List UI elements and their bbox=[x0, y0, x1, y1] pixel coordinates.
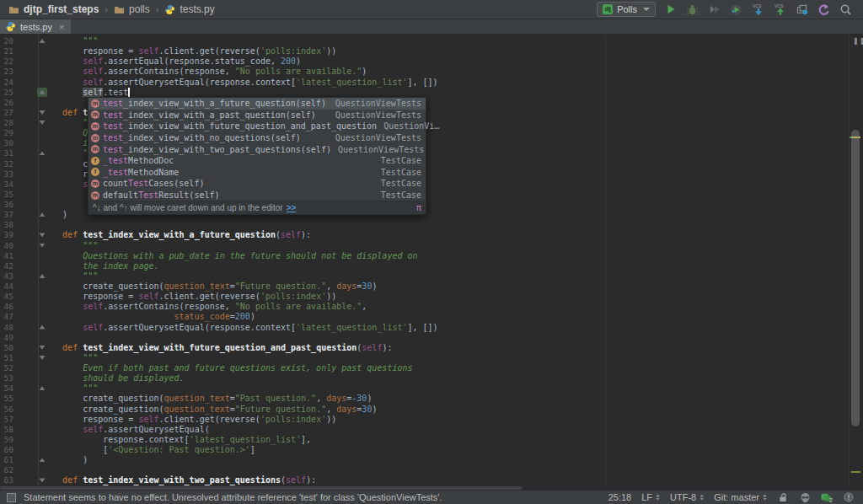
code-line[interactable]: 60 ['<Question: Past question.>'] bbox=[0, 445, 849, 455]
encoding-widget[interactable]: UTF-8 bbox=[670, 492, 704, 502]
line-number[interactable]: 26 bbox=[0, 98, 13, 108]
completion-item[interactable]: mtest_index_view_with_two_past_questions… bbox=[88, 143, 426, 155]
line-number[interactable]: 23 bbox=[0, 67, 13, 77]
hint-more-link[interactable]: >> bbox=[287, 203, 297, 212]
line-number[interactable]: 54 bbox=[0, 383, 13, 394]
code-line[interactable]: 58 self.assertQuerysetEqual( bbox=[0, 425, 849, 435]
tab-tests-py[interactable]: tests.py × bbox=[0, 19, 71, 34]
completion-item[interactable]: mcountTestCases(self)TestCase bbox=[88, 178, 426, 190]
line-number[interactable]: 42 bbox=[0, 261, 13, 271]
vcs-update-button[interactable]: VCS bbox=[751, 3, 765, 17]
completion-item[interactable]: mtest_index_view_with_future_question_an… bbox=[88, 121, 426, 132]
line-number[interactable]: 36 bbox=[0, 200, 13, 210]
code-line[interactable]: 40 """ bbox=[0, 241, 849, 251]
code-line[interactable]: 38 bbox=[0, 220, 849, 230]
code-line[interactable]: 41 Questions with a pub_date in the futu… bbox=[0, 251, 849, 261]
code-line[interactable]: 23 self.assertContains(response, "No pol… bbox=[0, 67, 849, 77]
toolwindow-toggle-icon[interactable] bbox=[7, 493, 16, 502]
completion-item[interactable]: f_testMethodDocTestCase bbox=[88, 155, 426, 167]
vcs-commit-button[interactable]: VCS bbox=[773, 3, 787, 17]
code-line[interactable]: 57 response = self.client.get(reverse('p… bbox=[0, 415, 849, 425]
code-line[interactable]: 51 """ bbox=[0, 353, 849, 363]
line-number[interactable]: 41 bbox=[0, 251, 13, 261]
code-line[interactable]: 22 self.assertEqual(response.status_code… bbox=[0, 56, 849, 67]
line-number[interactable]: 53 bbox=[0, 373, 13, 383]
completion-item[interactable]: mdefaultTestResult(self)TestCase bbox=[88, 190, 426, 201]
line-number[interactable]: 38 bbox=[0, 220, 13, 230]
line-number[interactable]: 47 bbox=[0, 312, 13, 322]
debug-button[interactable] bbox=[685, 3, 700, 17]
code-line[interactable]: 49 bbox=[0, 333, 849, 343]
code-line[interactable]: 63 def test_index_view_with_two_past_que… bbox=[0, 475, 849, 485]
breadcrumb-project[interactable]: djtp_first_steps bbox=[8, 3, 99, 15]
line-number[interactable]: 48 bbox=[0, 323, 13, 333]
breadcrumb-folder-polls[interactable]: polls bbox=[114, 3, 150, 15]
line-number[interactable]: 46 bbox=[0, 302, 13, 312]
line-number[interactable]: 59 bbox=[0, 435, 13, 445]
close-icon[interactable]: × bbox=[59, 22, 64, 32]
code-line[interactable]: 53 should be displayed. bbox=[0, 373, 849, 383]
code-line[interactable]: 43 """ bbox=[0, 271, 849, 281]
run-configuration-select[interactable]: dj Polls bbox=[597, 2, 656, 17]
line-number[interactable]: 24 bbox=[0, 78, 13, 88]
line-number[interactable]: 21 bbox=[0, 46, 13, 56]
line-number[interactable]: 63 bbox=[0, 475, 13, 485]
code-line[interactable]: 44 create_question(question_text="Future… bbox=[0, 281, 849, 292]
hector-widget[interactable] bbox=[799, 491, 811, 503]
line-number[interactable]: 62 bbox=[0, 465, 13, 475]
code-line[interactable]: 48 self.assertQuerysetEqual(response.con… bbox=[0, 323, 849, 333]
warning-stripe-mark[interactable] bbox=[851, 471, 860, 473]
line-number[interactable]: 20 bbox=[0, 36, 13, 46]
line-number[interactable]: 35 bbox=[0, 190, 13, 200]
line-separator-widget[interactable]: LF bbox=[641, 492, 660, 502]
code-line[interactable]: 62 bbox=[0, 465, 849, 475]
code-line[interactable]: 61 ) bbox=[0, 455, 849, 465]
code-editor[interactable]: 20 """21 response = self.client.get(reve… bbox=[0, 35, 863, 491]
restore-layout-button[interactable] bbox=[795, 3, 809, 17]
search-everywhere-button[interactable] bbox=[839, 3, 853, 17]
profiler-button[interactable] bbox=[729, 3, 743, 17]
line-number[interactable]: 40 bbox=[0, 241, 13, 251]
line-number[interactable]: 44 bbox=[0, 281, 13, 292]
line-number[interactable]: 33 bbox=[0, 169, 13, 180]
line-number[interactable]: 61 bbox=[0, 455, 13, 465]
line-number[interactable]: 56 bbox=[0, 405, 13, 415]
line-number[interactable]: 29 bbox=[0, 128, 13, 138]
code-line[interactable]: 54 """ bbox=[0, 383, 849, 394]
line-number[interactable]: 52 bbox=[0, 363, 13, 373]
line-number[interactable]: 31 bbox=[0, 148, 13, 158]
code-line[interactable]: 39 def test_index_view_with_a_future_que… bbox=[0, 230, 849, 240]
code-line[interactable]: 21 response = self.client.get(reverse('p… bbox=[0, 46, 849, 56]
line-number[interactable]: 37 bbox=[0, 210, 13, 220]
caret-position-widget[interactable]: 25:18 bbox=[608, 492, 632, 502]
line-number[interactable]: 27 bbox=[0, 108, 13, 118]
lock-widget[interactable] bbox=[777, 491, 789, 503]
line-number[interactable]: 55 bbox=[0, 394, 13, 404]
run-button[interactable] bbox=[663, 3, 678, 17]
code-line[interactable]: 25 self.test bbox=[0, 88, 849, 98]
code-line[interactable]: 45 response = self.client.get(reverse('p… bbox=[0, 292, 849, 302]
code-line[interactable]: 56 create_question(question_text="Future… bbox=[0, 405, 849, 415]
run-with-coverage-button[interactable] bbox=[707, 3, 721, 17]
breadcrumb-file-tests[interactable]: tests.py bbox=[164, 3, 214, 15]
code-line[interactable]: 59 response.context['latest_question_lis… bbox=[0, 435, 849, 445]
line-number[interactable]: 22 bbox=[0, 56, 13, 67]
line-number[interactable]: 51 bbox=[0, 353, 13, 363]
completion-item[interactable]: mtest_index_view_with_no_questions(self)… bbox=[88, 132, 426, 144]
code-line[interactable]: 46 self.assertContains(response, "No pol… bbox=[0, 302, 849, 312]
line-number[interactable]: 60 bbox=[0, 445, 13, 455]
line-number[interactable]: 39 bbox=[0, 230, 13, 240]
vertical-scrollbar[interactable] bbox=[851, 130, 860, 426]
line-number[interactable]: 58 bbox=[0, 425, 13, 435]
notifications-widget[interactable]: 2 bbox=[821, 491, 833, 503]
git-branch-widget[interactable]: Git: master bbox=[714, 492, 767, 502]
completion-item[interactable]: mtest_index_view_with_a_future_question(… bbox=[88, 98, 426, 110]
event-log-widget[interactable] bbox=[843, 491, 855, 503]
line-number[interactable]: 50 bbox=[0, 343, 13, 353]
code-line[interactable]: 24 self.assertQuerysetEqual(response.con… bbox=[0, 78, 849, 88]
line-number[interactable]: 28 bbox=[0, 118, 13, 128]
code-line[interactable]: 20 """ bbox=[0, 36, 849, 46]
line-number[interactable]: 57 bbox=[0, 415, 13, 425]
code-line[interactable]: 52 Even if both past and future question… bbox=[0, 363, 849, 373]
rollback-button[interactable] bbox=[817, 3, 831, 17]
